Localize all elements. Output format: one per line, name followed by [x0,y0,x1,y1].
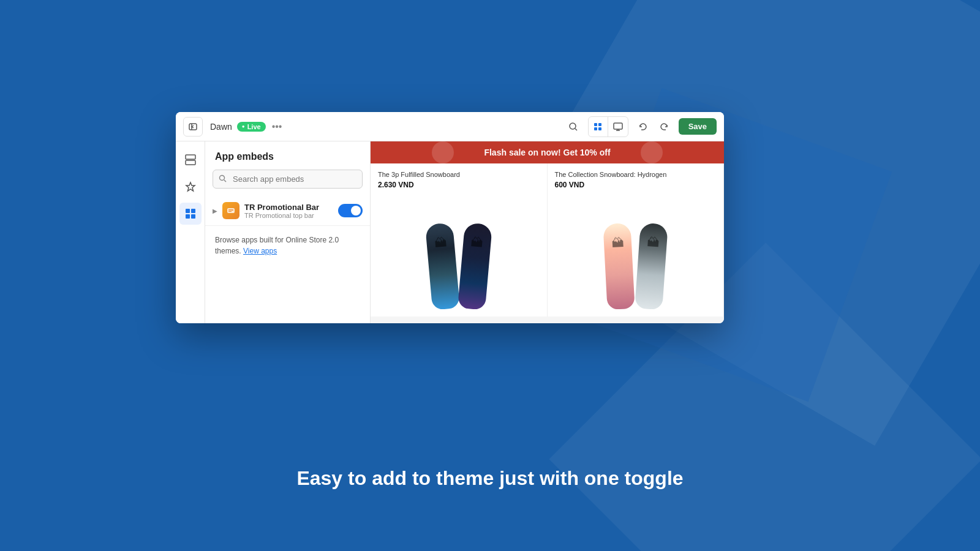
product-image-1 [378,194,540,309]
svg-rect-6 [594,127,597,130]
theme-name: Dawn [210,122,232,132]
flash-circle-left [432,141,454,163]
product-price-2: 600 VND [555,181,717,189]
svg-rect-19 [227,208,235,213]
embed-sub: TR Promotional top bar [244,212,333,219]
sidebar-icon-rail [176,141,205,323]
live-badge: Live [237,122,266,132]
svg-rect-5 [598,123,601,126]
svg-rect-8 [614,123,622,129]
apps-icon [185,181,196,192]
flash-sale-text: Flash sale on now! Get 10% off [484,148,610,157]
svg-rect-16 [191,214,195,219]
undo-button[interactable] [633,117,653,137]
search-input[interactable] [213,170,363,189]
product-name-2: The Collection Snowboard: Hydrogen [555,171,717,178]
snowboard-2 [458,222,492,309]
product-item-1: The 3p Fulfilled Snowboard 2.630 VND [371,163,548,317]
desktop-icon [613,122,623,132]
search-icon [568,122,578,132]
svg-rect-0 [189,124,197,130]
board-group-1 [426,194,491,309]
browse-apps-text: Browse apps built for Online Store 2.0 t… [205,226,370,265]
svg-line-3 [575,129,577,130]
svg-rect-13 [186,209,190,213]
svg-rect-15 [186,214,190,219]
flash-sale-banner: Flash sale on now! Get 10% off [371,141,724,163]
embed-info: TR Promotional Bar TR Promotional top ba… [244,203,333,219]
sections-icon [185,154,196,165]
svg-rect-11 [186,155,195,159]
product-name-1: The 3p Fulfilled Snowboard [378,171,540,178]
board-group-2 [603,194,668,309]
sidebar-item-apps[interactable] [179,176,202,198]
left-panel: App embeds ▶ [205,141,371,323]
undo-redo-group [633,117,674,137]
selection-icon [593,122,603,132]
product-item-2: The Collection Snowboard: Hydrogen 600 V… [548,163,725,317]
selection-view-button[interactable] [589,117,608,137]
search-box [213,170,363,189]
tr-bar-icon [226,206,236,216]
embed-expand-icon[interactable]: ▶ [213,208,217,214]
embed-item-tr-promotional-bar: ▶ TR Promotional Bar TR Promotional top … [205,196,370,226]
svg-rect-4 [594,123,597,126]
flash-circle-right [641,141,663,163]
snowboard-3 [603,223,635,309]
shopify-editor-window: Dawn Live ••• [176,112,724,323]
embed-app-icon [222,202,239,219]
undo-icon [638,122,648,132]
store-preview: Flash sale on now! Get 10% off The 3p Fu… [371,141,724,323]
editor-body: App embeds ▶ [176,141,724,323]
sidebar-item-sections[interactable] [179,149,202,171]
desktop-view-button[interactable] [608,117,628,137]
snowboard-1 [425,222,460,309]
redo-button[interactable] [654,117,674,137]
product-grid: The 3p Fulfilled Snowboard 2.630 VND The… [371,163,724,317]
back-button[interactable] [183,117,203,137]
embed-toggle[interactable] [338,204,363,217]
panel-title: App embeds [205,141,370,170]
tagline: Easy to add to theme just with one toggl… [0,467,980,490]
svg-point-2 [570,123,576,129]
svg-rect-14 [191,209,195,213]
svg-rect-12 [186,160,195,165]
embed-name: TR Promotional Bar [244,203,333,212]
more-options-button[interactable]: ••• [272,121,282,132]
product-image-2 [555,194,717,309]
snowboard-4 [635,223,668,309]
redo-icon [659,122,669,132]
header-bar: Dawn Live ••• [176,112,724,141]
sidebar-item-components[interactable] [179,203,202,225]
back-icon [189,122,197,131]
svg-rect-7 [598,127,601,130]
product-price-1: 2.630 VND [378,181,540,189]
view-apps-link[interactable]: View apps [243,247,277,255]
search-button[interactable] [564,117,583,137]
components-icon [185,208,196,219]
save-button[interactable]: Save [679,118,717,135]
view-toggle-group [588,116,628,137]
